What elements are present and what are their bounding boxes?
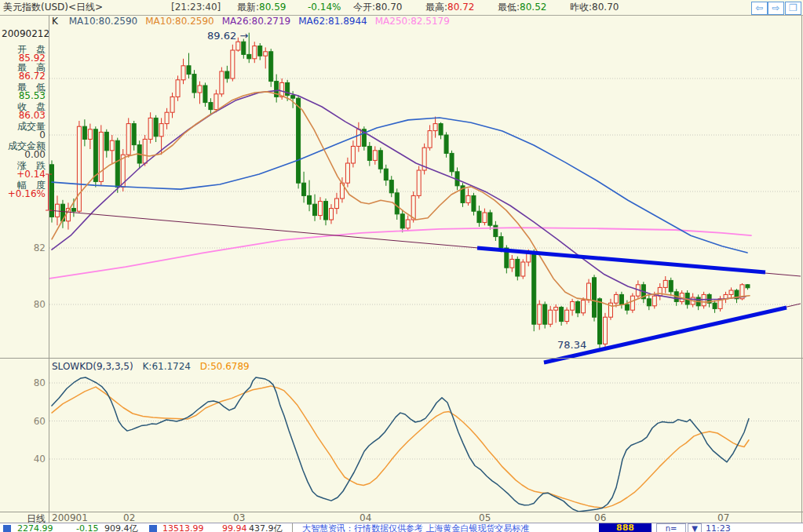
indicator-d-value: D:50.6789 — [200, 361, 250, 372]
axis-divider-vertical — [49, 16, 49, 523]
svg-text:02: 02 — [123, 512, 135, 523]
svg-text:60: 60 — [34, 416, 46, 427]
status-mini-box-2[interactable]: ▼ — [688, 523, 702, 532]
candlesticks — [50, 33, 750, 352]
svg-text:78.34: 78.34 — [557, 339, 586, 351]
svg-text:80: 80 — [34, 299, 46, 310]
index2-volume: 437.9亿 — [249, 524, 283, 532]
index1-change: -0.15 — [76, 524, 98, 532]
chart-application-window: 美元指数(USD)<日线> [21:23:40] 最新:80.59 -0.14%… — [0, 0, 803, 532]
indicator-k-value: K:61.1724 — [142, 361, 191, 372]
index1-volume: 909.4亿 — [104, 524, 138, 532]
index2-icon — [149, 525, 157, 532]
status-bar: 2274.99 -0.15 909.4亿 13513.99 99.94 437.… — [0, 523, 803, 532]
svg-text:07: 07 — [717, 512, 729, 523]
hotkey-badge[interactable]: 888 — [599, 523, 652, 532]
svg-text:05: 05 — [479, 512, 491, 523]
kd-line-k — [52, 377, 749, 512]
ma-line-ma250 — [49, 228, 751, 279]
kd-line-d — [52, 386, 749, 508]
status-divider — [292, 523, 293, 532]
svg-text:04: 04 — [360, 512, 371, 523]
panel-divider — [0, 358, 803, 359]
trendlines — [46, 174, 801, 363]
svg-text:89.62 →: 89.62 → — [207, 30, 248, 42]
trendline-support-thick[interactable] — [544, 308, 787, 363]
price-chart-canvas[interactable]: 828080604020090102030405060789.62 →78.34 — [0, 0, 803, 532]
trendline-resistance-thick[interactable] — [477, 248, 765, 272]
svg-text:200901: 200901 — [52, 512, 88, 523]
slowkd-lines — [52, 377, 749, 512]
news-ticker[interactable]: 大智慧资讯：行情数据仅供参考 上海黄金白银现货交易标准 — [302, 524, 530, 532]
index2-value[interactable]: 13513.99 — [162, 524, 204, 532]
svg-text:80: 80 — [34, 377, 46, 388]
svg-text:06: 06 — [594, 512, 606, 523]
sub-indicator-title: SLOWKD(9,3,3,5) K:61.1724 D:50.6789 — [52, 362, 250, 372]
svg-text:40: 40 — [34, 454, 46, 465]
index1-icon — [3, 525, 11, 532]
status-mini-box-1[interactable]: n= — [656, 523, 686, 532]
indicator-name: SLOWKD(9,3,3,5) — [52, 361, 133, 372]
svg-text:82: 82 — [34, 242, 46, 253]
right-border — [801, 16, 802, 523]
status-time: 11:23 — [706, 524, 731, 532]
index1-value[interactable]: 2274.99 — [17, 524, 53, 532]
xaxis-divider — [0, 512, 803, 512]
svg-text:03: 03 — [233, 512, 245, 523]
index2-change: 99.94 — [222, 524, 247, 532]
